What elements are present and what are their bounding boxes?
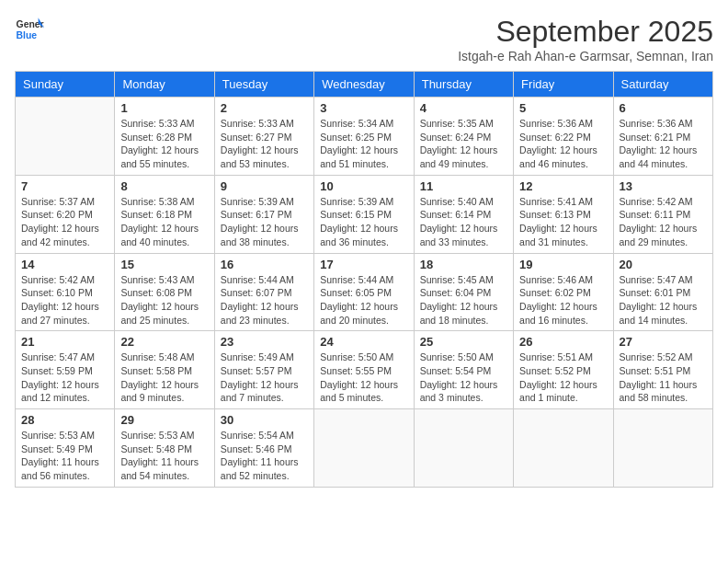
day-info: Sunrise: 5:42 AM Sunset: 6:10 PM Dayligh… (21, 273, 108, 327)
calendar-cell: 24Sunrise: 5:50 AM Sunset: 5:55 PM Dayli… (314, 331, 414, 409)
day-info: Sunrise: 5:41 AM Sunset: 6:13 PM Dayligh… (519, 195, 607, 249)
calendar-cell: 15Sunrise: 5:43 AM Sunset: 6:08 PM Dayli… (115, 253, 214, 331)
day-number: 15 (120, 258, 208, 271)
calendar-cell: 2Sunrise: 5:33 AM Sunset: 6:27 PM Daylig… (214, 98, 313, 176)
title-block: September 2025 Istgah-e Rah Ahan-e Garms… (458, 15, 713, 63)
day-number: 27 (620, 335, 707, 349)
svg-text:Blue: Blue (17, 30, 38, 40)
day-number: 11 (420, 179, 507, 193)
day-number: 23 (221, 335, 308, 349)
calendar-cell: 19Sunrise: 5:46 AM Sunset: 6:02 PM Dayli… (514, 253, 613, 331)
calendar-cell: 6Sunrise: 5:36 AM Sunset: 6:21 PM Daylig… (613, 98, 712, 176)
day-number: 9 (221, 179, 308, 193)
day-number: 30 (221, 413, 308, 427)
day-number: 17 (320, 258, 407, 271)
calendar-cell: 30Sunrise: 5:54 AM Sunset: 5:46 PM Dayli… (214, 409, 313, 488)
calendar-cell (514, 409, 613, 488)
calendar-cell: 12Sunrise: 5:41 AM Sunset: 6:13 PM Dayli… (514, 175, 613, 253)
day-info: Sunrise: 5:48 AM Sunset: 5:58 PM Dayligh… (120, 350, 208, 405)
day-number: 12 (519, 179, 607, 193)
day-info: Sunrise: 5:50 AM Sunset: 5:54 PM Dayligh… (420, 350, 507, 405)
day-info: Sunrise: 5:38 AM Sunset: 6:18 PM Dayligh… (120, 195, 208, 249)
calendar-cell: 25Sunrise: 5:50 AM Sunset: 5:54 PM Dayli… (414, 331, 513, 409)
calendar-cell: 29Sunrise: 5:53 AM Sunset: 5:48 PM Dayli… (115, 409, 214, 488)
logo-icon: General Blue (15, 15, 44, 44)
day-number: 1 (120, 101, 208, 115)
calendar-cell (414, 409, 513, 488)
weekday-header-wednesday: Wednesday (314, 72, 414, 98)
day-info: Sunrise: 5:47 AM Sunset: 6:01 PM Dayligh… (620, 273, 707, 327)
calendar-cell: 27Sunrise: 5:52 AM Sunset: 5:51 PM Dayli… (613, 331, 712, 409)
day-number: 24 (320, 335, 407, 349)
day-number: 19 (519, 258, 607, 271)
day-number: 16 (221, 258, 308, 271)
day-info: Sunrise: 5:33 AM Sunset: 6:28 PM Dayligh… (120, 117, 208, 171)
weekday-header-thursday: Thursday (414, 72, 513, 98)
day-info: Sunrise: 5:36 AM Sunset: 6:22 PM Dayligh… (519, 117, 607, 171)
day-info: Sunrise: 5:35 AM Sunset: 6:24 PM Dayligh… (420, 117, 507, 171)
day-number: 8 (120, 179, 208, 193)
calendar-cell: 20Sunrise: 5:47 AM Sunset: 6:01 PM Dayli… (613, 253, 712, 331)
day-info: Sunrise: 5:33 AM Sunset: 6:27 PM Dayligh… (221, 117, 308, 171)
day-number: 3 (320, 101, 407, 115)
week-row-4: 28Sunrise: 5:53 AM Sunset: 5:49 PM Dayli… (16, 409, 713, 488)
day-info: Sunrise: 5:45 AM Sunset: 6:04 PM Dayligh… (420, 273, 507, 327)
weekday-header-monday: Monday (115, 72, 214, 98)
calendar-cell: 28Sunrise: 5:53 AM Sunset: 5:49 PM Dayli… (16, 409, 115, 488)
day-info: Sunrise: 5:37 AM Sunset: 6:20 PM Dayligh… (21, 195, 108, 249)
weekday-header-friday: Friday (514, 72, 613, 98)
day-info: Sunrise: 5:50 AM Sunset: 5:55 PM Dayligh… (320, 350, 407, 405)
day-info: Sunrise: 5:39 AM Sunset: 6:17 PM Dayligh… (221, 195, 308, 249)
day-info: Sunrise: 5:36 AM Sunset: 6:21 PM Dayligh… (620, 117, 707, 171)
day-info: Sunrise: 5:46 AM Sunset: 6:02 PM Dayligh… (519, 273, 607, 327)
day-info: Sunrise: 5:53 AM Sunset: 5:48 PM Dayligh… (120, 429, 208, 483)
day-number: 14 (21, 258, 108, 271)
day-info: Sunrise: 5:44 AM Sunset: 6:05 PM Dayligh… (320, 273, 407, 327)
logo: General Blue (15, 15, 44, 44)
calendar-cell: 14Sunrise: 5:42 AM Sunset: 6:10 PM Dayli… (16, 253, 115, 331)
calendar-cell (613, 409, 712, 488)
calendar: SundayMondayTuesdayWednesdayThursdayFrid… (15, 71, 713, 488)
weekday-header-tuesday: Tuesday (214, 72, 313, 98)
day-number: 2 (221, 101, 308, 115)
calendar-cell (16, 98, 115, 176)
day-info: Sunrise: 5:39 AM Sunset: 6:15 PM Dayligh… (320, 195, 407, 249)
day-number: 18 (420, 258, 507, 271)
day-info: Sunrise: 5:52 AM Sunset: 5:51 PM Dayligh… (620, 350, 707, 405)
day-info: Sunrise: 5:44 AM Sunset: 6:07 PM Dayligh… (221, 273, 308, 327)
calendar-cell: 3Sunrise: 5:34 AM Sunset: 6:25 PM Daylig… (314, 98, 414, 176)
week-row-3: 21Sunrise: 5:47 AM Sunset: 5:59 PM Dayli… (16, 331, 713, 409)
day-number: 20 (620, 258, 707, 271)
weekday-header-saturday: Saturday (613, 72, 712, 98)
day-number: 4 (420, 101, 507, 115)
calendar-cell: 11Sunrise: 5:40 AM Sunset: 6:14 PM Dayli… (414, 175, 513, 253)
weekday-header-row: SundayMondayTuesdayWednesdayThursdayFrid… (16, 72, 713, 98)
day-number: 7 (21, 179, 108, 193)
calendar-cell: 13Sunrise: 5:42 AM Sunset: 6:11 PM Dayli… (613, 175, 712, 253)
day-info: Sunrise: 5:51 AM Sunset: 5:52 PM Dayligh… (519, 350, 607, 405)
calendar-cell: 23Sunrise: 5:49 AM Sunset: 5:57 PM Dayli… (214, 331, 313, 409)
day-info: Sunrise: 5:40 AM Sunset: 6:14 PM Dayligh… (420, 195, 507, 249)
calendar-cell: 1Sunrise: 5:33 AM Sunset: 6:28 PM Daylig… (115, 98, 214, 176)
calendar-cell (314, 409, 414, 488)
day-number: 29 (120, 413, 208, 427)
day-number: 26 (519, 335, 607, 349)
day-info: Sunrise: 5:53 AM Sunset: 5:49 PM Dayligh… (21, 429, 108, 483)
day-info: Sunrise: 5:42 AM Sunset: 6:11 PM Dayligh… (620, 195, 707, 249)
day-number: 10 (320, 179, 407, 193)
calendar-cell: 17Sunrise: 5:44 AM Sunset: 6:05 PM Dayli… (314, 253, 414, 331)
day-info: Sunrise: 5:54 AM Sunset: 5:46 PM Dayligh… (221, 429, 308, 483)
day-number: 25 (420, 335, 507, 349)
calendar-cell: 10Sunrise: 5:39 AM Sunset: 6:15 PM Dayli… (314, 175, 414, 253)
calendar-cell: 16Sunrise: 5:44 AM Sunset: 6:07 PM Dayli… (214, 253, 313, 331)
week-row-2: 14Sunrise: 5:42 AM Sunset: 6:10 PM Dayli… (16, 253, 713, 331)
calendar-cell: 18Sunrise: 5:45 AM Sunset: 6:04 PM Dayli… (414, 253, 513, 331)
calendar-cell: 5Sunrise: 5:36 AM Sunset: 6:22 PM Daylig… (514, 98, 613, 176)
weekday-header-sunday: Sunday (16, 72, 115, 98)
location-title: Istgah-e Rah Ahan-e Garmsar, Semnan, Ira… (458, 49, 713, 63)
calendar-cell: 8Sunrise: 5:38 AM Sunset: 6:18 PM Daylig… (115, 175, 214, 253)
day-number: 6 (620, 101, 707, 115)
calendar-cell: 26Sunrise: 5:51 AM Sunset: 5:52 PM Dayli… (514, 331, 613, 409)
day-info: Sunrise: 5:49 AM Sunset: 5:57 PM Dayligh… (221, 350, 308, 405)
day-info: Sunrise: 5:34 AM Sunset: 6:25 PM Dayligh… (320, 117, 407, 171)
